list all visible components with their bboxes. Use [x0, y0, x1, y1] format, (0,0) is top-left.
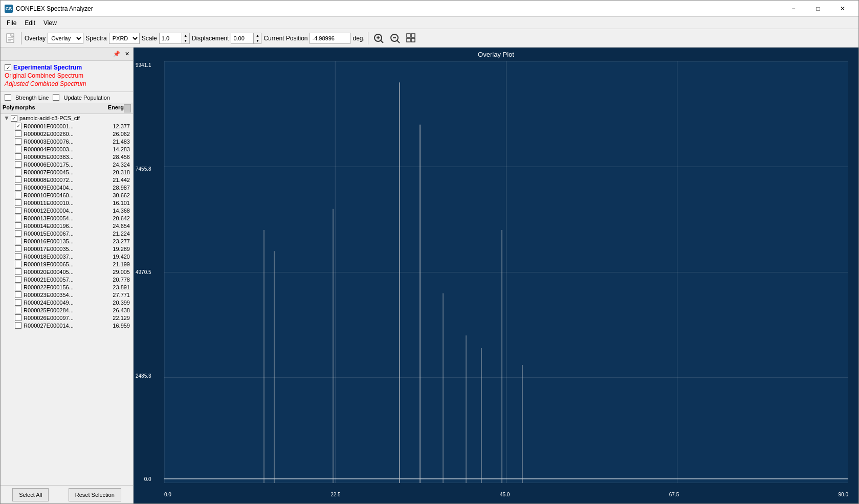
panel-pin-button[interactable]: 📌: [113, 50, 121, 58]
displacement-input[interactable]: [231, 33, 254, 44]
tree-item[interactable]: R000023E000354...27.771: [3, 291, 133, 299]
overlay-select[interactable]: Overlay: [48, 33, 83, 44]
group-checkbox[interactable]: ✓: [11, 115, 17, 122]
y-label-0: 9941.1: [136, 62, 151, 68]
item-checkbox[interactable]: [15, 284, 21, 290]
svg-line-5: [381, 40, 383, 43]
grid-button[interactable]: [404, 31, 419, 45]
item-checkbox[interactable]: [15, 184, 21, 191]
tree-item[interactable]: R000025E000284...26.438: [3, 306, 133, 314]
displacement-down-arrow[interactable]: ▼: [254, 38, 261, 43]
item-checkbox[interactable]: [15, 169, 21, 175]
tree-item[interactable]: R000003E000076...21.483: [3, 138, 133, 145]
close-button[interactable]: ✕: [831, 1, 854, 16]
tree-item[interactable]: R000015E000067...21.224: [3, 230, 133, 237]
tree-item[interactable]: R000013E000054...20.642: [3, 214, 133, 222]
legend-original[interactable]: Original Combined Spectrum: [5, 72, 129, 79]
item-checkbox[interactable]: [15, 222, 21, 229]
scale-label: Scale: [142, 35, 157, 42]
item-checkbox[interactable]: [15, 322, 21, 329]
item-checkbox[interactable]: [15, 199, 21, 206]
item-checkbox[interactable]: [15, 215, 21, 221]
zoom-in-icon: [373, 33, 384, 44]
menu-edit[interactable]: Edit: [20, 18, 39, 28]
tree-item[interactable]: R000007E000045...20.318: [3, 168, 133, 176]
maximize-button[interactable]: □: [806, 1, 830, 16]
update-population-checkbox[interactable]: [53, 94, 59, 101]
tree-item[interactable]: R000024E000049...20.399: [3, 299, 133, 306]
scale-up-arrow[interactable]: ▲: [182, 33, 189, 38]
tree-item[interactable]: R000002E000260...26.062: [3, 130, 133, 138]
item-name: R000005E000383...: [24, 154, 106, 160]
item-checkbox[interactable]: [15, 291, 21, 298]
toolbar-icon-button[interactable]: [4, 31, 18, 45]
zoom-in-button[interactable]: [371, 31, 386, 45]
legend-experimental[interactable]: ✓ Experimental Spectrum: [5, 64, 129, 71]
spectra-select[interactable]: PXRD: [109, 33, 140, 44]
displacement-up-arrow[interactable]: ▲: [254, 33, 261, 38]
zoom-out-button[interactable]: [388, 31, 402, 45]
item-checkbox[interactable]: [15, 307, 21, 313]
item-name: R000027E000014...: [24, 323, 106, 329]
item-checkbox[interactable]: [15, 230, 21, 237]
tree-item[interactable]: R000020E000405...29.005: [3, 268, 133, 276]
item-checkbox[interactable]: [15, 176, 21, 183]
tree-item[interactable]: R000005E000383...28.456: [3, 153, 133, 161]
item-checkbox[interactable]: [15, 268, 21, 275]
tree-item[interactable]: R000010E000460...30.662: [3, 191, 133, 199]
item-checkbox[interactable]: [15, 245, 21, 252]
item-checkbox[interactable]: [15, 238, 21, 244]
menu-view[interactable]: View: [39, 18, 61, 28]
item-checkbox[interactable]: [15, 161, 21, 168]
item-checkbox[interactable]: [15, 253, 21, 260]
tree-scroll[interactable]: ▼ ✓ pamoic-acid-c3-PCS_cif ✓R000001E0000…: [1, 114, 133, 485]
item-checkbox[interactable]: ✓: [15, 123, 21, 129]
panel-close-button[interactable]: ✕: [123, 50, 131, 58]
displacement-label: Displacement: [192, 35, 229, 42]
item-checkbox[interactable]: [15, 153, 21, 160]
tree-item[interactable]: R000009E000404...28.987: [3, 184, 133, 191]
current-position-input[interactable]: [310, 33, 350, 44]
tree-item[interactable]: R000022E000156...23.891: [3, 283, 133, 291]
tree-item[interactable]: R000027E000014...16.959: [3, 322, 133, 329]
select-all-button[interactable]: Select All: [12, 488, 49, 501]
item-checkbox[interactable]: [15, 261, 21, 267]
reset-selection-button[interactable]: Reset Selection: [69, 488, 121, 501]
tree-item[interactable]: R000004E000003...14.283: [3, 145, 133, 153]
item-energy: 24.654: [106, 223, 132, 229]
tree-item[interactable]: R000011E000010...16.101: [3, 199, 133, 207]
item-checkbox[interactable]: [15, 146, 21, 152]
experimental-label: Experimental Spectrum: [13, 64, 82, 71]
experimental-checkbox[interactable]: ✓: [5, 64, 11, 71]
item-energy: 23.277: [106, 238, 132, 244]
item-name: R000002E000260...: [24, 131, 106, 137]
strength-line-checkbox[interactable]: [5, 94, 11, 101]
tree-item[interactable]: R000006E000175...24.324: [3, 161, 133, 168]
x-label-1: 22.5: [331, 492, 340, 497]
tree-item[interactable]: R000019E000065...21.199: [3, 260, 133, 268]
item-energy: 29.005: [106, 269, 132, 275]
item-checkbox[interactable]: [15, 299, 21, 306]
tree-item[interactable]: R000012E000004...14.368: [3, 207, 133, 214]
item-checkbox[interactable]: [15, 314, 21, 321]
item-checkbox[interactable]: [15, 138, 21, 145]
tree-item[interactable]: R000016E000135...23.277: [3, 237, 133, 245]
scale-input[interactable]: [159, 33, 182, 44]
tree-item[interactable]: R000008E000072...21.442: [3, 176, 133, 184]
tree-item[interactable]: ✓R000001E000001...12.377: [3, 122, 133, 130]
tree-group-header[interactable]: ▼ ✓ pamoic-acid-c3-PCS_cif: [3, 114, 133, 122]
tree-item[interactable]: R000018E000037...19.420: [3, 253, 133, 260]
legend-adjusted[interactable]: Adjusted Combined Spectrum: [5, 80, 129, 87]
scale-down-arrow[interactable]: ▼: [182, 38, 189, 43]
item-checkbox[interactable]: [15, 130, 21, 137]
tree-item[interactable]: R000026E000097...22.129: [3, 314, 133, 322]
minimize-button[interactable]: −: [782, 1, 805, 16]
item-checkbox[interactable]: [15, 276, 21, 283]
tree-item[interactable]: R000014E000196...24.654: [3, 222, 133, 230]
item-checkbox[interactable]: [15, 192, 21, 198]
tree-item[interactable]: R000017E000035...19.289: [3, 245, 133, 253]
menu-file[interactable]: File: [3, 18, 20, 28]
tree-item[interactable]: R000021E000057...20.778: [3, 276, 133, 283]
grid-icon: [406, 33, 417, 44]
item-checkbox[interactable]: [15, 207, 21, 214]
